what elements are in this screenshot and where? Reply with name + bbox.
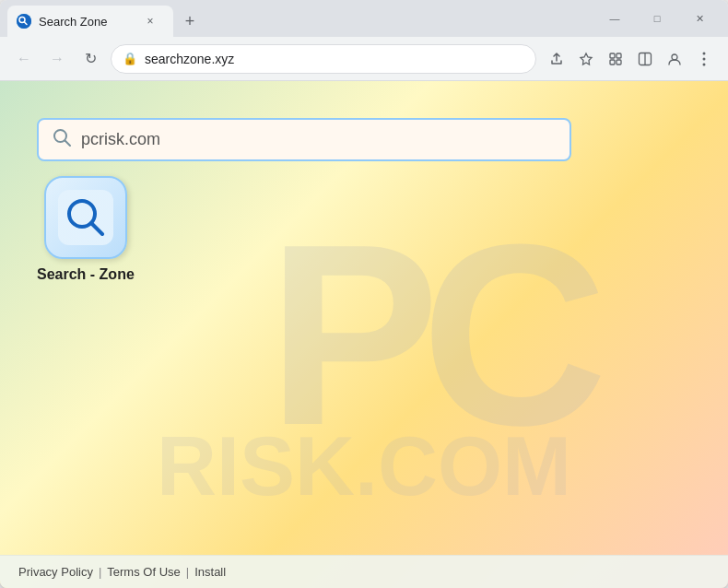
- minimize-button[interactable]: —: [593, 6, 636, 31]
- svg-rect-4: [610, 53, 615, 58]
- svg-marker-3: [581, 53, 592, 65]
- back-button[interactable]: ←: [11, 46, 37, 72]
- profile-icon[interactable]: [662, 46, 687, 72]
- search-bar-container[interactable]: pcrisk.com: [37, 118, 571, 161]
- svg-rect-6: [610, 60, 615, 65]
- watermark-risk: RISK.COM: [157, 419, 571, 514]
- new-tab-button[interactable]: +: [177, 8, 203, 34]
- active-tab[interactable]: Search Zone ×: [7, 6, 173, 37]
- svg-point-10: [672, 54, 677, 60]
- svg-line-15: [65, 141, 71, 147]
- maximize-button[interactable]: □: [636, 6, 678, 31]
- search-bar-icon: [52, 127, 72, 152]
- svg-point-13: [703, 63, 706, 65]
- logo-label: Search - Zone: [37, 266, 135, 283]
- toolbar-icons: [544, 46, 717, 72]
- forward-button[interactable]: →: [44, 46, 70, 72]
- search-input[interactable]: pcrisk.com: [81, 130, 557, 149]
- split-view-icon[interactable]: [632, 46, 658, 72]
- close-window-button[interactable]: ✕: [678, 6, 721, 31]
- extensions-icon[interactable]: [603, 46, 628, 72]
- tab-favicon: [17, 14, 31, 29]
- terms-of-use-link[interactable]: Terms Of Use: [107, 565, 180, 579]
- svg-point-11: [703, 52, 706, 54]
- url-text: searchzone.xyz: [145, 52, 234, 66]
- title-bar: Search Zone × + — □ ✕: [0, 0, 728, 37]
- more-options-icon[interactable]: [691, 46, 717, 72]
- svg-rect-7: [616, 60, 621, 65]
- watermark-pc: PC: [267, 206, 589, 464]
- share-icon[interactable]: [544, 46, 569, 72]
- logo-area: Search - Zone: [37, 176, 135, 283]
- tab-title: Search Zone: [39, 15, 107, 29]
- footer-sep-1: |: [99, 565, 101, 579]
- page-footer: Privacy Policy | Terms Of Use | Install: [0, 555, 728, 588]
- bookmark-icon[interactable]: [573, 46, 599, 72]
- title-bar-inner: Search Zone × + — □ ✕: [7, 6, 721, 37]
- url-bar[interactable]: 🔒 searchzone.xyz: [111, 44, 536, 74]
- privacy-policy-link[interactable]: Privacy Policy: [18, 565, 93, 579]
- lock-icon: 🔒: [123, 52, 137, 65]
- logo-icon: [44, 176, 127, 259]
- window-controls: — □ ✕: [593, 6, 721, 31]
- browser-window: Search Zone × + — □ ✕ ← → ↻ 🔒 searchzone…: [0, 0, 728, 588]
- svg-rect-5: [616, 53, 621, 58]
- tab-close-button[interactable]: ×: [142, 13, 159, 29]
- page-content: PC RISK.COM pcrisk.com: [0, 81, 728, 588]
- reload-button[interactable]: ↻: [77, 46, 103, 72]
- svg-rect-16: [58, 190, 113, 245]
- svg-point-12: [703, 57, 706, 60]
- install-link[interactable]: Install: [194, 565, 226, 579]
- tab-strip: Search Zone × +: [7, 6, 593, 37]
- footer-sep-2: |: [186, 565, 189, 579]
- address-bar: ← → ↻ 🔒 searchzone.xyz: [0, 37, 728, 81]
